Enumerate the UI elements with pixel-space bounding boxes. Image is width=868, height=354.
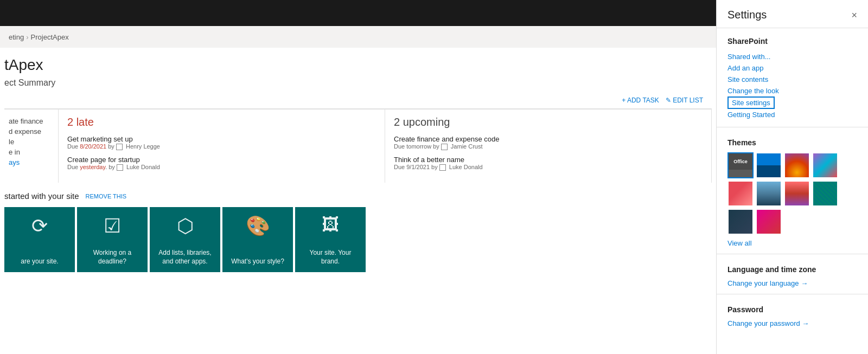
theme-pink[interactable] [727, 181, 754, 207]
gs-title: started with your site [4, 191, 79, 201]
theme-mountains[interactable] [756, 181, 782, 207]
add-task-button[interactable]: + ADD TASK [622, 96, 659, 104]
task-actions-bar: + ADD TASK ✎ EDIT LIST [4, 92, 712, 109]
left-item-1: ate finance [9, 116, 54, 126]
gs-tile-3[interactable]: 🎨 What's your style? [222, 207, 293, 272]
theme-teal-pattern[interactable] [812, 181, 838, 207]
shared-with-link[interactable]: Shared with... [727, 51, 857, 62]
left-item-3: le [9, 137, 54, 147]
tile-label-1: Working on a deadline? [81, 249, 143, 266]
gs-tile-4[interactable]: 🖼 Your site. Your brand. [295, 207, 366, 272]
tile-label-4: Your site. Your brand. [299, 249, 361, 266]
checkbox-4[interactable] [439, 164, 446, 171]
task-item-2: Create page for startup Due yesterday. b… [67, 156, 376, 171]
sharepoint-section-title: SharePoint [727, 37, 857, 46]
task-due-3: Due tomorrow by Jamie Crust [394, 143, 703, 150]
gs-tile-1[interactable]: ☑ Working on a deadline? [77, 207, 148, 272]
gs-tile-0[interactable]: ⟳ are your site. [4, 207, 75, 272]
theme-sunrise[interactable] [784, 152, 810, 178]
task-title-2: Create page for startup [67, 156, 376, 164]
breadcrumb: eting › ProjectApex [0, 26, 716, 48]
gs-tile-2[interactable]: ⬡ Add lists, libraries, and other apps. [150, 207, 220, 272]
upcoming-task-column: 2 upcoming Create finance and expense co… [385, 110, 712, 183]
upcoming-column-header: 2 upcoming [394, 116, 703, 128]
divider-1 [717, 127, 868, 127]
theme-office[interactable]: Office [727, 152, 754, 178]
tile-icon-3: 🎨 [246, 215, 270, 237]
late-date-1: 8/20/2021 [80, 143, 106, 150]
left-item-4: e in [9, 147, 54, 157]
tile-icon-0: ⟳ [31, 215, 48, 237]
task-item-3: Create finance and expense code Due tomo… [394, 135, 703, 150]
getting-started-section: started with your site REMOVE THIS ⟳ are… [0, 183, 716, 272]
tile-icon-1: ☑ [104, 215, 121, 237]
task-left-panel: ate finance d expense le e in ays [4, 110, 59, 183]
remove-this-button[interactable]: REMOVE THIS [86, 193, 127, 199]
theme-sunset[interactable] [784, 181, 810, 207]
left-item-2: d expense [9, 126, 54, 137]
left-item-5[interactable]: ays [9, 157, 54, 168]
checkbox-3[interactable] [441, 144, 448, 150]
tile-icon-2: ⬡ [177, 215, 194, 237]
task-title-4: Think of a better name [394, 156, 703, 164]
page-title: tApex [0, 48, 716, 78]
divider-3 [717, 294, 868, 294]
password-section-title: Password [727, 305, 857, 314]
language-section-title: Language and time zone [727, 265, 857, 274]
gs-header: started with your site REMOVE THIS [4, 191, 712, 201]
settings-header: Settings × [717, 0, 868, 28]
task-due-4: Due 9/1/2021 by Luke Donald [394, 164, 703, 171]
late-task-column: 2 late Get marketing set up Due 8/20/202… [59, 110, 385, 183]
checkbox-2[interactable] [117, 164, 123, 171]
themes-grid: Office [727, 152, 857, 235]
change-language-link[interactable]: Change your language → [727, 279, 857, 287]
task-due-1: Due 8/20/2021 by Henry Legge [67, 143, 376, 150]
main-content: tApex ect Summary + ADD TASK ✎ EDIT LIST… [0, 48, 716, 354]
theme-dark-blue[interactable] [727, 209, 754, 235]
themes-section: Themes Office [717, 130, 868, 252]
getting-started-link[interactable]: Getting Started [727, 109, 857, 120]
task-item-4: Think of a better name Due 9/1/2021 by L… [394, 156, 703, 171]
tile-label-2: Add lists, libraries, and other apps. [154, 249, 216, 266]
breadcrumb-item-1[interactable]: eting [9, 33, 24, 41]
theme-blue[interactable] [756, 152, 782, 178]
office-theme-label: Office [733, 159, 748, 164]
tile-label-3: What's your style? [231, 258, 284, 266]
task-area: ate finance d expense le e in ays 2 late… [4, 109, 712, 183]
settings-title: Settings [727, 9, 767, 21]
close-button[interactable]: × [851, 10, 857, 20]
settings-panel: Settings × SharePoint Shared with... Add… [716, 0, 868, 354]
breadcrumb-separator: › [26, 33, 28, 41]
site-settings-link[interactable]: Site settings [727, 96, 775, 109]
edit-list-button[interactable]: ✎ EDIT LIST [666, 96, 703, 104]
tile-label-0: are your site. [21, 258, 58, 266]
task-due-2: Due yesterday. by Luke Donald [67, 164, 376, 171]
language-section: Language and time zone Change your langu… [717, 256, 868, 292]
late-column-header: 2 late [67, 116, 376, 128]
divider-2 [717, 254, 868, 254]
add-app-link[interactable]: Add an app [727, 62, 857, 74]
tile-icon-4: 🖼 [322, 215, 339, 235]
change-password-link[interactable]: Change your password → [727, 319, 857, 327]
view-all-link[interactable]: View all [727, 239, 857, 247]
theme-pink2[interactable] [756, 209, 782, 235]
password-section: Password Change your password → [717, 297, 868, 332]
breadcrumb-item-2[interactable]: ProjectApex [31, 33, 69, 41]
late-date-2: yesterday [80, 164, 105, 170]
sharepoint-section: SharePoint Shared with... Add an app Sit… [717, 28, 868, 125]
gs-tiles: ⟳ are your site. ☑ Working on a deadline… [4, 207, 712, 272]
task-title-3: Create finance and expense code [394, 135, 703, 143]
themes-section-title: Themes [727, 138, 857, 147]
task-title-1: Get marketing set up [67, 135, 376, 143]
task-item-1: Get marketing set up Due 8/20/2021 by He… [67, 135, 376, 150]
site-contents-link[interactable]: Site contents [727, 74, 857, 85]
section-title: ect Summary [0, 78, 716, 92]
change-look-link[interactable]: Change the look [727, 85, 857, 96]
theme-colorful[interactable] [812, 152, 838, 178]
checkbox-1[interactable] [116, 144, 123, 150]
